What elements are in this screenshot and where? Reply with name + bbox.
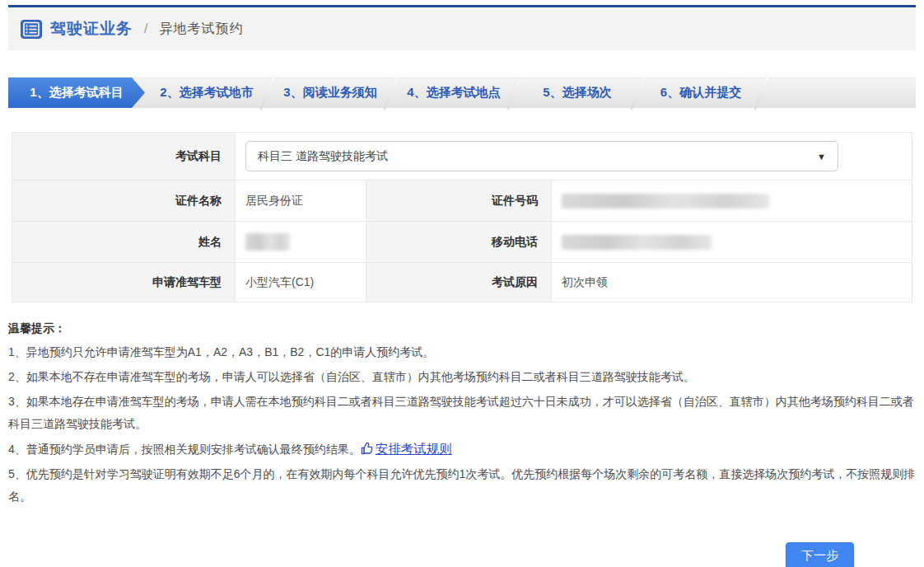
exam-subject-cell: 科目三 道路驾驶技能考试 ▼ <box>236 133 912 180</box>
step-4-select-location[interactable]: 4、选择考试地点 <box>392 77 516 108</box>
step-bar: 1、选择考试科目 2、选择考试地市 3、阅读业务须知 4、选择考试地点 5、选择… <box>8 77 916 108</box>
step-1-select-subject[interactable]: 1、选择考试科目 <box>8 77 145 108</box>
footer: 下一步 <box>8 542 916 567</box>
page: 驾驶证业务 / 异地考试预约 1、选择考试科目 2、选择考试地市 3、阅读业务须… <box>8 5 916 567</box>
tips-heading: 温馨提示： <box>8 317 916 339</box>
id-type-value: 居民身份证 <box>236 180 366 222</box>
step-bar-filler <box>763 77 916 108</box>
breadcrumb-current: 异地考试预约 <box>159 21 243 38</box>
breadcrumb-separator: / <box>144 21 147 36</box>
step-3-read-notice[interactable]: 3、阅读业务须知 <box>268 77 392 108</box>
exam-rules-link[interactable]: 安排考试规则 <box>361 442 452 456</box>
exam-rules-link-label: 安排考试规则 <box>376 442 452 456</box>
tip-item-4-text: 4、普通预约学员申请后，按照相关规则安排考试确认最终预约结果。 <box>8 443 361 456</box>
page-title: 驾驶证业务 <box>50 18 133 40</box>
tip-item-4: 4、普通预约学员申请后，按照相关规则安排考试确认最终预约结果。安排考试规则 <box>8 438 916 461</box>
tip-item-1: 1、异地预约只允许申请准驾车型为A1，A2，A3，B1，B2，C1的申请人预约考… <box>8 341 916 363</box>
exam-reason-label: 考试原因 <box>366 263 552 302</box>
name-value <box>236 222 366 263</box>
table-row: 姓名 移动电话 <box>12 222 912 263</box>
redacted-phone <box>562 235 712 250</box>
exam-subject-select[interactable]: 科目三 道路驾驶技能考试 ▼ <box>245 141 838 171</box>
id-type-label: 证件名称 <box>12 180 236 222</box>
next-step-button[interactable]: 下一步 <box>786 542 854 567</box>
exam-subject-label: 考试科目 <box>12 133 236 180</box>
exam-reason-value: 初次申领 <box>552 263 912 302</box>
breadcrumb-bar: 驾驶证业务 / 异地考试预约 <box>8 5 916 50</box>
step-2-select-city[interactable]: 2、选择考试地市 <box>145 77 268 108</box>
tip-item-3: 3、如果本地存在申请准驾车型的考场，申请人需在本地预约科目二或者科目三道路驾驶技… <box>8 391 916 435</box>
vehicle-type-label: 申请准驾车型 <box>12 263 236 302</box>
exam-subject-selected-value: 科目三 道路驾驶技能考试 <box>258 149 388 164</box>
id-number-label: 证件号码 <box>366 180 552 222</box>
thumb-up-icon <box>361 440 375 454</box>
id-number-value <box>552 180 912 222</box>
redacted-id-number <box>562 194 769 209</box>
step-6-confirm-submit[interactable]: 6、确认并提交 <box>639 77 763 108</box>
tip-item-2: 2、如果本地不存在申请准驾车型的考场，申请人可以选择省（自治区、直辖市）内其他考… <box>8 366 916 388</box>
name-label: 姓名 <box>12 222 236 263</box>
tip-item-5: 5、优先预约是针对学习驾驶证明有效期不足6个月的，在有效期内每个科目允许优先预约… <box>8 463 916 508</box>
phone-value <box>552 222 912 263</box>
redacted-name <box>245 233 290 251</box>
table-row: 考试科目 科目三 道路驾驶技能考试 ▼ <box>12 133 912 180</box>
vehicle-type-value: 小型汽车(C1) <box>236 263 366 302</box>
applicant-info-table: 考试科目 科目三 道路驾驶技能考试 ▼ 证件名称 居民身份证 证件号码 姓名 移… <box>12 132 912 302</box>
tips-section: 温馨提示： 1、异地预约只允许申请准驾车型为A1，A2，A3，B1，B2，C1的… <box>8 317 916 508</box>
step-5-select-session[interactable]: 5、选择场次 <box>516 77 639 108</box>
table-row: 证件名称 居民身份证 证件号码 <box>12 180 912 222</box>
list-icon <box>21 20 42 39</box>
phone-label: 移动电话 <box>366 222 552 263</box>
table-row: 申请准驾车型 小型汽车(C1) 考试原因 初次申领 <box>12 263 912 302</box>
caret-down-icon: ▼ <box>817 152 826 162</box>
